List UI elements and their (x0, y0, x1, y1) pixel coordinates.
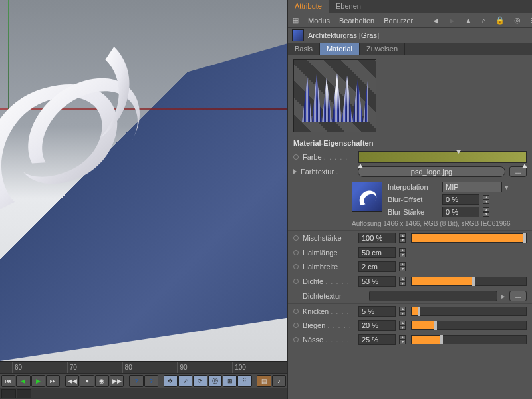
param-tool-button[interactable]: Ⓟ (208, 375, 222, 387)
spinner[interactable]: ▴▾ (399, 248, 406, 257)
panel-tabs: Attribute Ebenen (288, 0, 532, 13)
texture-thumb[interactable] (352, 182, 382, 212)
input-blur-offset[interactable] (442, 194, 479, 205)
row-halmbreite: Halmbreite ▴▾ (288, 259, 532, 274)
label-halmlaenge: Halmlänge (303, 249, 356, 257)
label-farbtextur: Farbtextur . (301, 168, 354, 176)
grid-tool-button[interactable]: ⠿ (237, 375, 251, 387)
menu-benutzer[interactable]: Benutzer (384, 17, 413, 25)
texture-file[interactable]: psd_logo.jpg (358, 166, 505, 177)
scale-tool-button[interactable]: ⤢ (178, 375, 192, 387)
label-mischstaerke: Mischstärke (303, 234, 356, 242)
input-halmbreite[interactable] (358, 261, 396, 272)
row-mischstaerke: Mischstärke ▴▾ (288, 230, 532, 245)
nav-up-icon[interactable]: ▲ (465, 16, 472, 25)
input-knicken[interactable] (358, 306, 396, 317)
pla-tool-button[interactable]: ⊞ (223, 375, 237, 387)
farbe-gradient[interactable] (358, 151, 527, 163)
keymode-button[interactable]: ? (129, 375, 143, 387)
browse-button[interactable]: ... (509, 291, 527, 301)
input-naesse[interactable] (358, 334, 396, 345)
goto-end-button[interactable]: ⏭ (46, 375, 60, 387)
nav-back-icon[interactable]: ◄ (432, 16, 439, 25)
row-knicken: Knicken . . . . ▴▾ (288, 303, 532, 318)
prev-key-button[interactable]: ◀◀ (65, 375, 79, 387)
input-blur-staerke[interactable] (442, 207, 479, 217)
slider-naesse[interactable] (411, 335, 527, 344)
nav-home-icon[interactable]: ⌂ (481, 16, 486, 25)
goto-start-button[interactable]: ⏮ (1, 375, 15, 387)
spinner[interactable]: ▴▾ (399, 321, 406, 330)
menu-bearbeiten[interactable]: Bearbeiten (339, 17, 374, 25)
film-button[interactable]: ▤ (257, 375, 271, 387)
lock-icon[interactable]: 🔒 (495, 16, 505, 25)
label-blur-staerke: Blur-Stärke (388, 208, 440, 216)
subtab-basis[interactable]: Basis (288, 43, 320, 55)
keymode2-button[interactable]: ? (144, 375, 158, 387)
input-mischstaerke[interactable] (358, 233, 396, 243)
timeline-ruler[interactable]: 60 70 80 90 100 (0, 362, 287, 374)
input-biegen[interactable] (358, 320, 396, 331)
object-thumb-icon (292, 29, 304, 41)
spinner[interactable]: ▴▾ (483, 195, 489, 204)
row-halmlaenge: Halmlänge ▴▾ (288, 245, 532, 259)
object-name: Architekturgras [Gras] (308, 31, 379, 39)
anim-dot[interactable] (293, 154, 299, 160)
slider-dichte[interactable] (411, 277, 527, 286)
label-blur-offset: Blur-Offset (388, 196, 440, 203)
spinner[interactable]: ▴▾ (483, 207, 489, 217)
row-farbtextur: Farbtextur . psd_logo.jpg ... (288, 164, 532, 179)
slider-biegen[interactable] (411, 321, 527, 330)
subtab-zuweisen[interactable]: Zuweisen (360, 43, 405, 55)
anim-dot[interactable] (293, 235, 299, 241)
rotate-tool-button[interactable]: ⟳ (193, 375, 207, 387)
move-tool-button[interactable]: ✥ (164, 375, 178, 387)
expand-icon[interactable] (293, 169, 297, 174)
panel-menubar: ▦ Modus Bearbeiten Benutzer ◄ ► ▲ ⌂ 🔒 ◎ … (288, 13, 532, 28)
anim-dot[interactable] (293, 337, 299, 342)
material-preview[interactable] (293, 59, 376, 132)
dichtetextur-slot[interactable] (369, 291, 497, 301)
logo-3d-object (0, 20, 153, 246)
spinner[interactable]: ▴▾ (399, 262, 406, 271)
texture-resolution: Auflösung 1466 x 1466, RGB (8 Bit), sRGB… (288, 219, 532, 230)
dropdown-interpolation[interactable]: MIP (442, 182, 502, 192)
tab-ebenen[interactable]: Ebenen (329, 0, 368, 13)
input-dichte[interactable] (358, 276, 396, 287)
anim-dot[interactable] (293, 264, 299, 269)
spinner[interactable]: ▴▾ (399, 277, 406, 286)
row-biegen: Biegen . . . . . ▴▾ (288, 318, 532, 332)
new-window-icon[interactable]: ⊞ (530, 16, 532, 25)
subtabs: Basis Material Zuweisen (288, 43, 532, 55)
tab-attribute[interactable]: Attribute (288, 0, 329, 13)
menu-modus[interactable]: Modus (308, 17, 330, 25)
next-key-button[interactable]: ▶▶ (110, 375, 124, 387)
record-button[interactable]: ● (80, 375, 94, 387)
spinner[interactable]: ▴▾ (399, 335, 406, 344)
grid-icon[interactable]: ▦ (292, 16, 299, 25)
texture-detail: Interpolation MIP ▾ Blur-Offset ▴▾ Blur-… (288, 179, 532, 219)
target-icon[interactable]: ◎ (514, 16, 521, 25)
transport-controls: ⏮ ◀ ▶ ⏭ ◀◀ ● ◉ ▶▶ ? ? ✥ ⤢ ⟳ Ⓟ ⊞ ⠿ ▤ ♪ (0, 374, 287, 388)
autokey-button[interactable]: ◉ (95, 375, 109, 387)
section-title: Material-Eigenschaften (288, 136, 532, 150)
spinner[interactable]: ▴▾ (399, 233, 406, 243)
anim-dot[interactable] (293, 309, 299, 314)
tick: 90 (177, 362, 232, 373)
row-farbe: Farbe . . . . . (288, 150, 532, 164)
subtab-material[interactable]: Material (320, 43, 360, 55)
nav-fwd-icon[interactable]: ► (448, 16, 456, 25)
play-forward-button[interactable]: ▶ (31, 375, 45, 387)
slider-mischstaerke[interactable] (411, 233, 527, 243)
anim-dot[interactable] (293, 323, 299, 328)
play-back-button[interactable]: ◀ (16, 375, 30, 387)
spinner[interactable]: ▴▾ (399, 307, 406, 316)
anim-dot[interactable] (293, 250, 299, 255)
seg (1, 389, 16, 398)
input-halmlaenge[interactable] (358, 247, 396, 258)
anim-dot[interactable] (293, 279, 299, 284)
viewport-3d[interactable] (0, 0, 287, 361)
sound-button[interactable]: ♪ (272, 375, 286, 387)
object-header: Architekturgras [Gras] (288, 28, 532, 43)
slider-knicken[interactable] (411, 307, 527, 316)
